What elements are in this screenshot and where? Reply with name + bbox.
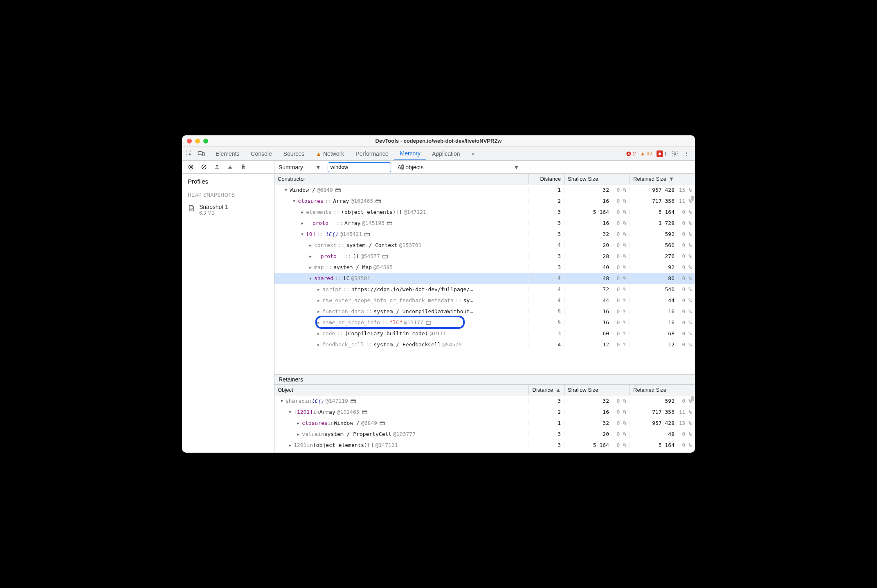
- scrollbar[interactable]: [691, 396, 694, 401]
- tab-performance[interactable]: Performance: [350, 147, 394, 160]
- header-distance-ret[interactable]: Distance▲: [528, 385, 564, 395]
- tree-row[interactable]: ▶feedback_cell::system / FeedbackCell@54…: [274, 339, 695, 350]
- memory-toolbar: Summary▼ ✕ All objects▼: [182, 161, 695, 174]
- tree-row[interactable]: ▶name_or_scope_info::"lC"@151775160 %160…: [274, 317, 695, 328]
- chevron-right-icon[interactable]: ▶: [316, 343, 321, 347]
- chevron-right-icon[interactable]: ▶: [288, 443, 292, 447]
- chevron-right-icon[interactable]: ▶: [316, 287, 321, 292]
- chevron-down-icon[interactable]: ▼: [283, 188, 288, 192]
- tree-row[interactable]: ▼[0]::lC()@1454213320 %5920 %: [274, 229, 695, 240]
- heap-section-label: HEAP SNAPSHOTS: [182, 190, 274, 201]
- chevron-down-icon[interactable]: ▼: [279, 399, 284, 403]
- chevron-right-icon[interactable]: ▶: [316, 332, 321, 336]
- chevron-right-icon[interactable]: ▶: [308, 254, 313, 258]
- tree-row[interactable]: ▶raw_outer_scope_info_or_feedback_metada…: [274, 295, 695, 306]
- retainers-grid-header: Object Distance▲ Shallow Size Retained S…: [274, 385, 695, 395]
- retainers-tree[interactable]: ▼shared in lC()@1471193320 %5920 %▼[1201…: [274, 395, 695, 453]
- inspect-icon[interactable]: [185, 150, 193, 157]
- tree-row[interactable]: ▶__proto__::Array@1451933160 %1 7280 %: [274, 218, 695, 229]
- object-filter-select[interactable]: All objects▼: [398, 164, 519, 171]
- open-icon[interactable]: [362, 410, 367, 414]
- tree-row[interactable]: ▶__proto__::()@545773280 %2760 %: [274, 251, 695, 262]
- tree-row[interactable]: ▶map::system / Map@545853400 %920 %: [274, 262, 695, 273]
- header-retained-ret[interactable]: Retained Size: [630, 385, 695, 395]
- header-distance[interactable]: Distance: [528, 174, 564, 184]
- chevron-down-icon[interactable]: ▼: [300, 232, 305, 236]
- snapshot-size: 6.3 MB: [199, 210, 228, 216]
- tree-row[interactable]: ▶value in system / PropertyCell@10377732…: [274, 429, 695, 440]
- svg-point-4: [674, 153, 676, 155]
- header-shallow[interactable]: Shallow Size: [564, 174, 630, 184]
- tree-row[interactable]: ▼shared in lC()@1471193320 %5920 %: [274, 395, 695, 406]
- chevron-down-icon[interactable]: ▼: [288, 410, 292, 414]
- tree-row[interactable]: ▶1201 in (object elements)[]@14712135 16…: [274, 440, 695, 451]
- chevron-right-icon[interactable]: ▶: [316, 321, 321, 325]
- chevron-right-icon[interactable]: ▶: [296, 421, 301, 425]
- chevron-right-icon[interactable]: ▶: [308, 265, 313, 269]
- open-icon[interactable]: [382, 254, 388, 258]
- chevron-right-icon[interactable]: ▶: [300, 221, 305, 225]
- error-count[interactable]: 2: [626, 150, 636, 157]
- open-icon[interactable]: [376, 199, 381, 203]
- tab-application[interactable]: Application: [426, 147, 466, 160]
- device-toggle-icon[interactable]: [198, 150, 205, 157]
- chevron-down-icon[interactable]: ▼: [292, 199, 297, 203]
- tab-network[interactable]: ▲Network: [310, 147, 350, 160]
- svg-rect-1: [198, 151, 202, 155]
- chevron-down-icon[interactable]: ▼: [308, 276, 313, 281]
- drag-handle-icon[interactable]: ≡: [688, 377, 692, 383]
- tree-row[interactable]: ▼closures::Array@1024652160 %717 35611 %: [274, 195, 695, 206]
- open-icon[interactable]: [426, 321, 431, 325]
- kebab-menu-icon[interactable]: ⋮: [683, 150, 690, 157]
- tree-row[interactable]: ▶closures in Window /@68491320 %957 4281…: [274, 417, 695, 429]
- open-icon[interactable]: [387, 221, 392, 225]
- scrollbar[interactable]: [691, 196, 694, 201]
- record-icon[interactable]: [187, 164, 194, 171]
- tab-elements[interactable]: Elements: [210, 147, 245, 160]
- class-filter-text[interactable]: [331, 164, 399, 170]
- chevron-right-icon[interactable]: ▶: [316, 310, 321, 314]
- devtools-window: DevTools - codepen.io/web-dot-dev/live/o…: [182, 135, 695, 453]
- header-constructor[interactable]: Constructor: [274, 174, 528, 184]
- tree-row[interactable]: ▶code::(CompileLazy builtin code)@193136…: [274, 328, 695, 339]
- tree-row[interactable]: ▼shared::lC@545814480 %800 %: [274, 273, 695, 284]
- issue-count[interactable]: ◆1: [657, 150, 667, 157]
- tabbar: Elements Console Sources ▲Network Perfor…: [182, 147, 695, 161]
- clear-icon[interactable]: [200, 164, 207, 171]
- tree-row[interactable]: ▼Window /@68491320 %957 42815 %: [274, 184, 695, 195]
- chevron-right-icon[interactable]: ▶: [296, 432, 301, 436]
- tree-row[interactable]: ▼[1201] in Array@1024652160 %717 35611 %: [274, 406, 695, 417]
- tab-console[interactable]: Console: [245, 147, 277, 160]
- settings-icon[interactable]: [671, 150, 679, 157]
- tab-sources[interactable]: Sources: [278, 147, 310, 160]
- view-select[interactable]: Summary▼: [279, 164, 321, 171]
- open-icon[interactable]: [351, 399, 356, 403]
- open-icon[interactable]: [380, 421, 385, 425]
- tree-row[interactable]: ▶function_data::system / UncompiledDataW…: [274, 306, 695, 317]
- tab-memory[interactable]: Memory: [394, 147, 426, 160]
- retainers-header-bar[interactable]: Retainers ≡: [274, 374, 695, 385]
- class-filter-input[interactable]: ✕: [328, 162, 391, 172]
- chevron-right-icon[interactable]: ▶: [308, 243, 313, 247]
- constructor-grid-header: Constructor Distance Shallow Size Retain…: [274, 174, 695, 184]
- gc-icon[interactable]: [239, 164, 247, 171]
- open-icon[interactable]: [335, 188, 341, 192]
- chevron-right-icon[interactable]: ▶: [300, 210, 305, 214]
- warning-count[interactable]: ▲62: [640, 150, 652, 157]
- header-object[interactable]: Object: [274, 385, 528, 395]
- save-icon[interactable]: [226, 164, 234, 171]
- chevron-right-icon[interactable]: ▶: [316, 298, 321, 303]
- snapshot-icon: [188, 204, 195, 213]
- load-icon[interactable]: [213, 164, 220, 171]
- svg-rect-2: [202, 153, 205, 156]
- tab-overflow[interactable]: »: [466, 147, 481, 160]
- snapshot-item[interactable]: Snapshot 1 6.3 MB: [182, 201, 274, 218]
- header-retained[interactable]: Retained Size▼: [630, 174, 695, 184]
- constructor-tree[interactable]: ▼Window /@68491320 %957 42815 %▼closures…: [274, 184, 695, 374]
- open-icon[interactable]: [364, 232, 370, 236]
- tree-row[interactable]: ▶script::https://cdpn.io/web-dot-dev/ful…: [274, 284, 695, 295]
- tree-row[interactable]: ▶elements::(object elements)[]@14712135 …: [274, 206, 695, 218]
- header-shallow-ret[interactable]: Shallow Size: [564, 385, 630, 395]
- titlebar: DevTools - codepen.io/web-dot-dev/live/o…: [182, 135, 695, 147]
- tree-row[interactable]: ▶context::system / Context@1537014200 %5…: [274, 240, 695, 251]
